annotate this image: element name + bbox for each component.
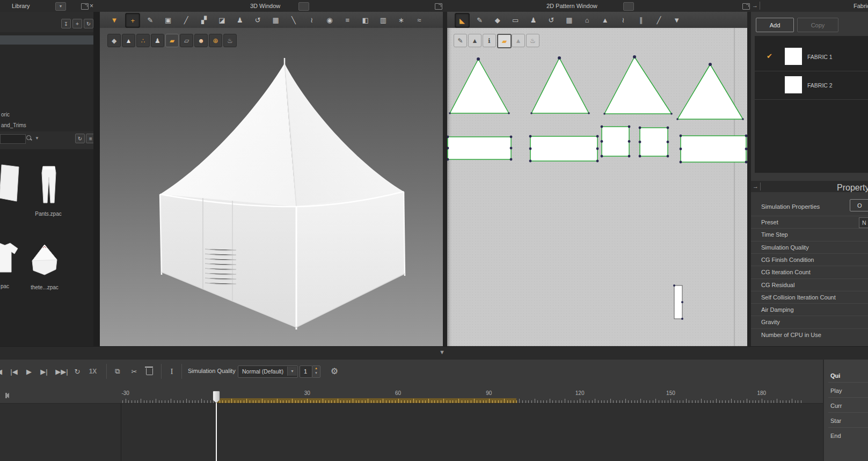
select-garment-tool[interactable]: ▣ bbox=[161, 13, 175, 27]
last-frame-button[interactable]: ▶▶| bbox=[54, 365, 70, 378]
pin-2d-tool[interactable]: ╱ bbox=[652, 13, 666, 27]
fabric-swatch[interactable] bbox=[785, 48, 802, 65]
3d-window-menu-dropdown[interactable] bbox=[298, 2, 309, 11]
pattern-point[interactable] bbox=[628, 126, 631, 128]
pattern-triangle[interactable] bbox=[677, 64, 743, 119]
measure-tool[interactable]: ≈ bbox=[412, 13, 426, 27]
pattern-point[interactable] bbox=[510, 147, 513, 150]
select-mesh-tool[interactable]: ✎ bbox=[143, 13, 157, 27]
animation-settings-gear-icon[interactable]: ⚙ bbox=[329, 365, 340, 377]
tack-tool[interactable]: ∗ bbox=[394, 13, 408, 27]
pattern-point[interactable] bbox=[680, 148, 682, 150]
fabric-row[interactable]: FABRIC 2 bbox=[755, 71, 868, 100]
fabric-panel-collapse-icon[interactable]: → bbox=[752, 2, 758, 9]
free-sewing-tool[interactable]: ≀ bbox=[304, 13, 318, 27]
library-tree-area[interactable]: oricand_Trims bbox=[0, 32, 93, 131]
tent-garment[interactable] bbox=[100, 28, 443, 346]
search-filter-dropdown-icon[interactable]: ▼ bbox=[35, 136, 39, 141]
library-selected-row[interactable] bbox=[0, 35, 93, 45]
show-fabric-view[interactable]: ▰ bbox=[165, 34, 179, 47]
fabric-add-button[interactable]: Add bbox=[756, 18, 794, 32]
sewing-2d-tool[interactable]: ≀ bbox=[616, 13, 630, 27]
show-avatar-view[interactable]: ♟ bbox=[151, 34, 164, 47]
3d-viewport[interactable]: ◆▲∴♟▰▱☻⊕♨ bbox=[100, 28, 443, 346]
pattern-point[interactable] bbox=[681, 301, 683, 303]
fabric-strip-tool[interactable]: ▥ bbox=[376, 13, 390, 27]
pattern-point[interactable] bbox=[742, 118, 744, 120]
pattern-point[interactable] bbox=[529, 160, 532, 163]
pattern-point[interactable] bbox=[601, 155, 603, 158]
add-to-library-button[interactable]: + bbox=[72, 19, 82, 28]
pattern-point[interactable] bbox=[449, 112, 451, 114]
pattern-triangle[interactable] bbox=[604, 57, 672, 114]
property-editor-collapse-icon[interactable]: → bbox=[753, 183, 758, 189]
select-move-tool[interactable]: + bbox=[125, 13, 140, 28]
transform-pattern-tool[interactable]: ◣ bbox=[455, 13, 470, 28]
show-garment-view[interactable]: ▲ bbox=[122, 34, 135, 47]
copy-animation-button[interactable]: ⧉ bbox=[111, 365, 125, 378]
frame-step-spinner[interactable]: ▲▼ bbox=[312, 365, 320, 378]
pattern-point[interactable] bbox=[601, 140, 603, 143]
avatar-display-tool[interactable]: ♟ bbox=[233, 13, 247, 27]
pattern-point[interactable] bbox=[639, 141, 641, 143]
pattern-point[interactable] bbox=[667, 155, 669, 158]
create-rectangle-tool[interactable]: ▭ bbox=[508, 13, 522, 27]
grid-tool[interactable]: ▦ bbox=[562, 13, 576, 27]
sim-quality-dropdown-icon[interactable]: ▼ bbox=[287, 367, 297, 376]
create-polygon-tool[interactable]: ◆ bbox=[491, 13, 505, 27]
pattern-point[interactable] bbox=[673, 284, 675, 287]
reset-2d-arrangement-tool[interactable]: ↺ bbox=[251, 13, 265, 27]
loop-button[interactable]: ↻ bbox=[72, 365, 83, 378]
flatten-tool[interactable]: ◧ bbox=[359, 13, 373, 27]
delete-animation-button[interactable] bbox=[143, 365, 156, 378]
library-item[interactable] bbox=[0, 161, 29, 220]
pattern-point[interactable] bbox=[596, 160, 599, 163]
pattern-point[interactable] bbox=[709, 63, 712, 66]
play-button[interactable]: ▶ bbox=[24, 365, 34, 378]
2d-pattern-viewport[interactable]: ✎▲ℹ▰▲♨ bbox=[447, 28, 747, 346]
fabric-copy-button[interactable]: Copy bbox=[797, 18, 838, 32]
fabric-row[interactable]: ✔FABRIC 1 bbox=[755, 42, 868, 71]
timeline-track-area[interactable] bbox=[0, 403, 823, 461]
pattern-rectangle[interactable] bbox=[602, 127, 629, 156]
show-particles-view[interactable]: ∴ bbox=[136, 34, 150, 47]
library-search-input[interactable] bbox=[0, 134, 26, 144]
pattern-rectangle[interactable] bbox=[530, 136, 597, 161]
playhead-line[interactable] bbox=[216, 399, 217, 461]
refresh-library-button[interactable]: ↻ bbox=[84, 19, 93, 28]
pattern-point[interactable] bbox=[529, 148, 532, 150]
zipper-tool[interactable]: ≡ bbox=[340, 13, 354, 27]
library-close-icon[interactable]: × bbox=[90, 2, 93, 10]
pattern-triangle[interactable] bbox=[531, 58, 589, 113]
pattern-triangle[interactable] bbox=[450, 59, 509, 113]
pattern-point[interactable] bbox=[601, 126, 603, 128]
button-tool[interactable]: ◉ bbox=[323, 13, 337, 27]
pattern-point[interactable] bbox=[676, 118, 679, 120]
pattern-point[interactable] bbox=[603, 113, 606, 115]
library-popout-icon[interactable] bbox=[81, 3, 89, 10]
first-frame-button[interactable]: |◀ bbox=[8, 365, 20, 378]
pattern-point[interactable] bbox=[510, 158, 513, 161]
pattern-point[interactable] bbox=[680, 161, 682, 164]
show-3d-garment-tool[interactable]: ▲ bbox=[598, 13, 612, 27]
dart-tool[interactable]: ▼ bbox=[670, 13, 684, 27]
library-item[interactable]: pac bbox=[0, 235, 24, 294]
pattern-point[interactable] bbox=[588, 112, 590, 114]
pattern-point[interactable] bbox=[667, 141, 669, 143]
pin-tool[interactable]: ╱ bbox=[179, 13, 193, 27]
library-tree-item[interactable]: and_Trims bbox=[1, 122, 26, 128]
show-map-view[interactable]: ⊕ bbox=[209, 34, 222, 47]
cut-animation-button[interactable]: ✂ bbox=[128, 365, 141, 378]
library-tree-item[interactable]: oric bbox=[1, 112, 10, 118]
pattern-point[interactable] bbox=[680, 135, 682, 137]
2d-window-popout-icon[interactable] bbox=[742, 3, 750, 10]
pattern-rectangle[interactable] bbox=[681, 136, 746, 162]
text-tool-button[interactable]: I bbox=[165, 365, 178, 378]
timeline-ruler[interactable]: -30306090120150180 bbox=[0, 383, 823, 403]
edit-pattern-tool[interactable]: ✎ bbox=[472, 13, 486, 27]
2d-window-menu-dropdown[interactable] bbox=[623, 2, 634, 11]
pattern-point[interactable] bbox=[667, 127, 669, 129]
pattern-point[interactable] bbox=[639, 127, 641, 129]
gizmo-world[interactable]: ▼ bbox=[107, 13, 121, 27]
prev-frame-partial[interactable]: ◀ bbox=[0, 365, 4, 378]
